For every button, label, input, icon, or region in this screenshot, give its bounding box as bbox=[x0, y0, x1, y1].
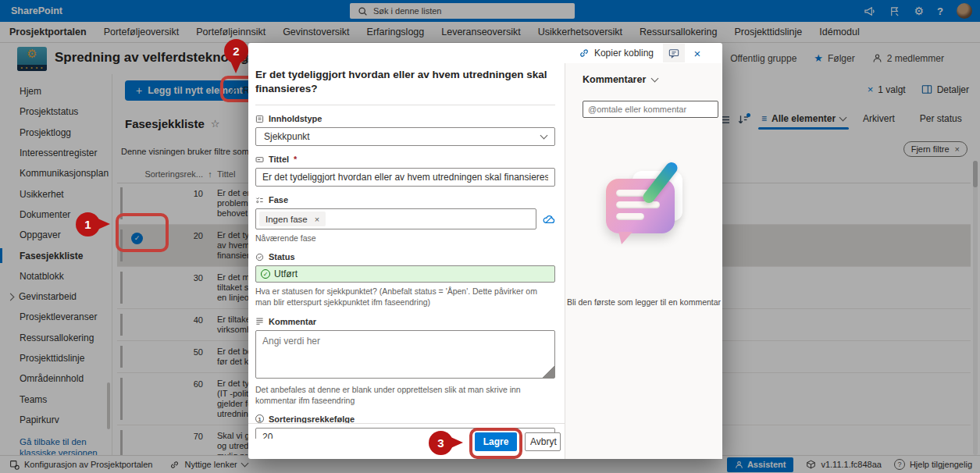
phase-picker[interactable]: Ingen fase × bbox=[255, 208, 536, 229]
dialog-form: Er det tydeliggjort hvordan eller av hve… bbox=[248, 63, 565, 439]
dialog-close-button[interactable]: × bbox=[688, 44, 707, 62]
number-field-icon: 1 bbox=[255, 414, 264, 423]
status-field[interactable]: ✓ Utført bbox=[255, 265, 555, 283]
chat-bubble-graphic bbox=[606, 179, 675, 233]
text-field-icon bbox=[255, 155, 264, 164]
field-fase: Fase Ingen fase × Nåværende fase bbox=[255, 195, 555, 244]
comments-toggle-button[interactable] bbox=[663, 44, 685, 62]
annotation-balloon-1: 1 bbox=[76, 212, 100, 236]
field-helper: Det anbefales at denne er blank under op… bbox=[255, 384, 555, 406]
edit-item-dialog: Kopier kobling × Er det tydeliggjort hvo… bbox=[248, 43, 722, 459]
comments-empty-illustration bbox=[606, 165, 692, 258]
annotation-rect-save bbox=[469, 428, 522, 459]
sharepoint-page: SharePoint Søk i denne listen ⚙ ? Prosje… bbox=[0, 0, 980, 473]
phase-tag: Ingen fase × bbox=[259, 212, 326, 226]
comment-textarea[interactable] bbox=[255, 330, 555, 379]
copy-link-button[interactable]: Kopier kobling bbox=[579, 48, 654, 59]
field-kommentar: Kommentar Det anbefales at denne er blan… bbox=[255, 317, 555, 406]
field-label: Tittel bbox=[269, 155, 289, 164]
choice-icon bbox=[255, 196, 264, 204]
field-label: Fase bbox=[269, 195, 288, 204]
field-label: Kommentar bbox=[269, 317, 316, 326]
field-label: Innholdstype bbox=[269, 114, 322, 123]
annotation-balloon-3: 3 bbox=[429, 431, 453, 455]
content-type-icon bbox=[255, 115, 264, 123]
field-innholdstype: Innholdstype Sjekkpunkt bbox=[255, 114, 555, 146]
remove-tag-icon[interactable]: × bbox=[315, 215, 319, 224]
comment-input[interactable] bbox=[583, 101, 718, 118]
content-type-dropdown[interactable]: Sjekkpunkt bbox=[255, 127, 555, 146]
status-check-icon bbox=[255, 253, 264, 261]
title-input[interactable] bbox=[255, 168, 555, 187]
required-asterisk: * bbox=[294, 155, 297, 164]
status-done-check-icon: ✓ bbox=[261, 269, 270, 279]
field-helper: Nåværende fase bbox=[255, 233, 555, 244]
chevron-down-icon bbox=[651, 75, 659, 83]
multiline-text-icon bbox=[255, 317, 264, 325]
cancel-button[interactable]: Avbryt bbox=[525, 432, 561, 451]
field-tittel: Tittel * bbox=[255, 155, 555, 187]
chevron-down-icon bbox=[540, 132, 548, 140]
field-label: Status bbox=[269, 252, 295, 261]
annotation-rect-checkbox bbox=[116, 213, 169, 252]
dialog-title: Er det tydeliggjort hvordan eller av hve… bbox=[255, 66, 555, 105]
link-icon bbox=[579, 48, 590, 59]
sync-cloud-icon[interactable] bbox=[543, 214, 555, 225]
dialog-header: Kopier kobling × bbox=[248, 43, 722, 63]
field-status: Status ✓ Utført Hva er statusen for sjek… bbox=[255, 252, 555, 308]
comments-panel: Kommentarer Bli den første som legger ti… bbox=[565, 63, 722, 459]
comments-empty-text: Bli den første som legger til en komment… bbox=[565, 297, 722, 307]
annotation-balloon-2: 2 bbox=[224, 39, 248, 63]
comments-title[interactable]: Kommentarer bbox=[583, 74, 722, 85]
field-helper: Hva er statusen for sjekkpunktet? (Anbef… bbox=[255, 286, 555, 308]
